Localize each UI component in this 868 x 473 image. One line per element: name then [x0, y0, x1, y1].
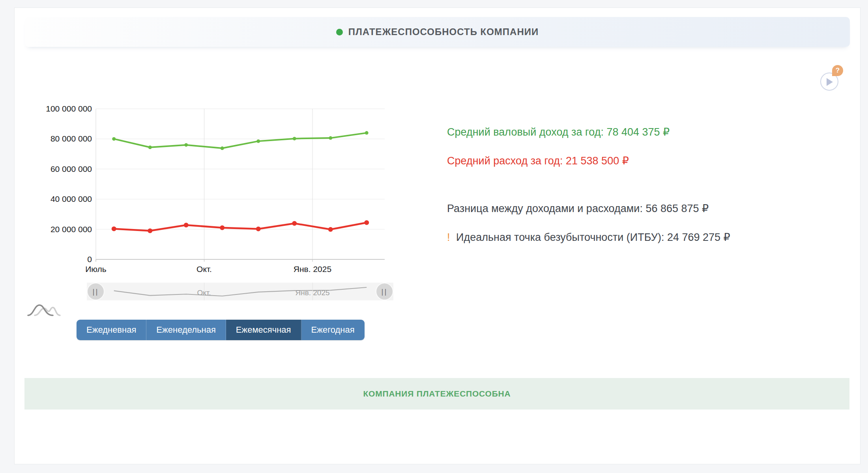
solvency-status-text: КОМПАНИЯ ПЛАТЕЖЕСПОСОБНА: [363, 389, 511, 399]
solvency-status-banner: КОМПАНИЯ ПЛАТЕЖЕСПОСОБНА: [24, 378, 849, 410]
solvency-page: ПЛАТЕЖЕСПОСОБНОСТЬ КОМПАНИИ ? 020 000 00…: [0, 0, 868, 473]
banner-layer: КОМПАНИЯ ПЛАТЕЖЕСПОСОБНА: [14, 7, 860, 464]
